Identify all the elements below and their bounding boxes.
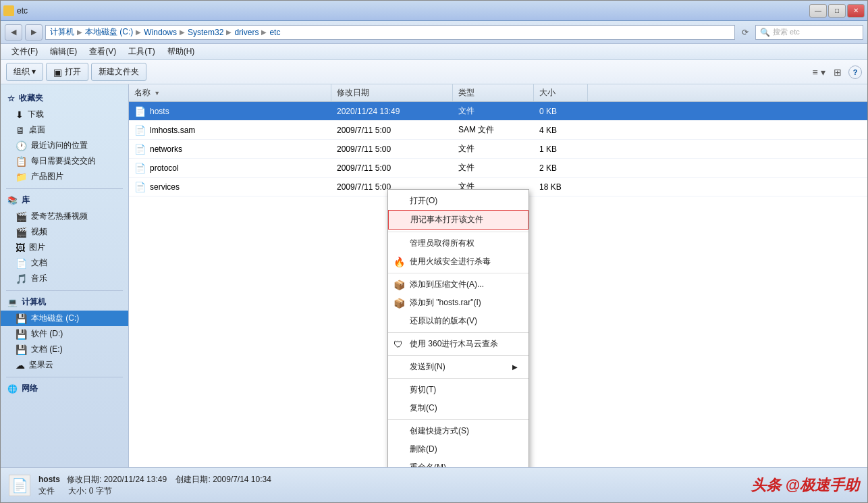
table-row[interactable]: 📄 networks 2009/7/11 5:00 文件 1 KB [129,140,867,159]
product-icon: 📁 [16,171,27,182]
ctx-item-label: 打开(O) [410,195,437,207]
context-menu-item[interactable]: 剪切(T) [388,381,528,399]
file-type-cell: 文件 [453,160,534,176]
daily-label: 每日需要提交交的 [31,155,96,167]
sidebar-item-cdrive[interactable]: 💾 本地磁盘 (C:) [1,311,128,326]
path-cdrive[interactable]: 本地磁盘 (C:) [85,26,133,38]
jianguoyun-label: 坚果云 [29,359,53,371]
search-box[interactable]: 🔍 搜索 etc [755,25,863,40]
path-windows[interactable]: Windows [144,28,177,37]
file-list-area: 名称 ▼ 修改日期 类型 大小 📄 hosts 2020/11/24 13:49 [129,84,867,467]
file-type-cell: SAM 文件 [453,122,534,138]
file-name-cell: 📄 lmhosts.sam [129,123,331,138]
file-size-cell: 18 KB [534,180,588,194]
status-modified: 修改日期: 2020/11/24 13:49 [67,475,167,484]
file-size: 2 KB [539,163,557,173]
ctx-item-label: 剪切(T) [410,384,436,396]
forward-button[interactable]: ▶ [25,24,43,41]
sidebar-item-iqiyi[interactable]: 🎬 爱奇艺热播视频 [1,209,128,224]
ctx-item-label: 用记事本打开该文件 [410,214,483,226]
view-button-1[interactable]: ≡ ▾ [811,64,827,80]
sidebar-item-product[interactable]: 📁 产品图片 [1,169,128,184]
context-menu-item[interactable]: 📦添加到压缩文件(A)... [388,275,528,294]
menu-edit[interactable]: 编辑(E) [45,45,82,59]
sidebar-header-computer[interactable]: 💻 计算机 [1,294,128,311]
sidebar-item-daily[interactable]: 📋 每日需要提交交的 [1,153,128,169]
divider-1 [6,188,123,189]
open-button[interactable]: ▣ 打开 [46,63,88,81]
sidebar-item-downloads[interactable]: ⬇ 下载 [1,107,128,122]
minimize-button[interactable]: — [809,4,827,18]
status-info: hosts 修改日期: 2020/11/24 13:49 创建日期: 2009/… [38,474,743,497]
computer-section-label: 计算机 [22,296,46,308]
window-title: etc [17,6,28,16]
organize-button[interactable]: 组织 ▾ [6,63,43,81]
sidebar-item-recent[interactable]: 🕐 最近访问的位置 [1,138,128,153]
file-date: 2009/7/11 5:00 [337,144,391,154]
sidebar-item-music[interactable]: 🎵 音乐 [1,271,128,286]
maximize-button[interactable]: □ [828,4,846,18]
help-button[interactable]: ? [848,65,862,79]
col-header-name[interactable]: 名称 ▼ [129,84,331,101]
context-menu-item[interactable]: 创建快捷方式(S) [388,422,528,440]
path-computer[interactable]: 计算机 [50,26,74,38]
view-button-2[interactable]: ⊞ [830,64,846,80]
sidebar-item-ddrive[interactable]: 💾 软件 (D:) [1,326,128,342]
library-icon: 📚 [7,196,18,205]
context-menu-separator [388,355,528,356]
file-date: 2009/7/11 5:00 [337,163,391,173]
table-row[interactable]: 📄 protocol 2009/7/11 5:00 文件 2 KB [129,159,867,178]
file-size-cell: 2 KB [534,161,588,175]
col-size-label: 大小 [539,88,555,97]
col-type-label: 类型 [458,88,474,97]
context-menu-item[interactable]: 发送到(N)▶ [388,358,528,376]
pictures-icon: 🖼 [16,242,25,253]
sidebar-header-favorites[interactable]: ☆ 收藏夹 [1,90,128,107]
context-menu-item[interactable]: 🔥使用火绒安全进行杀毒 [388,253,528,271]
path-drivers[interactable]: drivers [234,28,259,37]
sidebar-item-pictures[interactable]: 🖼 图片 [1,240,128,255]
ctx-item-label: 管理员取得所有权 [410,238,474,249]
context-menu-separator [388,378,528,379]
sidebar-item-jianguoyun[interactable]: ☁ 坚果云 [1,357,128,373]
context-menu-item[interactable]: 🛡使用 360进行木马云查杀 [388,335,528,353]
context-menu-item[interactable]: 打开(O) [388,192,528,210]
back-button[interactable]: ◀ [5,24,22,41]
sidebar-item-docs[interactable]: 📄 文档 [1,255,128,271]
context-menu-item[interactable]: 还原以前的版本(V) [388,312,528,330]
menu-bar: 文件(F) 编辑(E) 查看(V) 工具(T) 帮助(H) [1,44,867,60]
sidebar-item-edrive[interactable]: 💾 文档 (E:) [1,342,128,357]
new-folder-button[interactable]: 新建文件夹 [91,63,146,81]
col-name-label: 名称 [134,88,151,97]
context-menu-item[interactable]: 重命名(M) [388,458,528,467]
table-row[interactable]: 📄 hosts 2020/11/24 13:49 文件 0 KB [129,102,867,121]
open-icon: ▣ [53,67,62,78]
sidebar-item-video[interactable]: 🎬 视频 [1,224,128,240]
file-type: SAM 文件 [458,124,494,136]
context-menu-item[interactable]: 复制(C) [388,399,528,417]
context-menu-item[interactable]: 删除(D) [388,440,528,458]
address-path[interactable]: 计算机 ▶ 本地磁盘 (C:) ▶ Windows ▶ System32 ▶ d… [45,25,735,40]
ctx-submenu-arrow: ▶ [512,363,518,371]
context-menu-item[interactable]: 用记事本打开该文件 [388,210,528,230]
menu-view[interactable]: 查看(V) [84,45,121,59]
menu-help[interactable]: 帮助(H) [162,45,200,59]
col-header-date[interactable]: 修改日期 [331,84,453,101]
context-menu-item[interactable]: 📦添加到 "hosts.rar"(I) [388,294,528,312]
col-header-size[interactable]: 大小 [534,84,588,101]
menu-tools[interactable]: 工具(T) [123,45,160,59]
downloads-label: 下载 [28,109,44,120]
sidebar-header-library[interactable]: 📚 库 [1,192,128,209]
ctx-item-label: 还原以前的版本(V) [410,315,477,327]
context-menu-item[interactable]: 管理员取得所有权 [388,234,528,253]
refresh-button[interactable]: ⟳ [738,25,753,40]
sidebar-item-desktop[interactable]: 🖥 桌面 [1,122,128,138]
sidebar-header-network[interactable]: 🌐 网络 [1,380,128,397]
col-header-type[interactable]: 类型 [453,84,534,101]
table-row[interactable]: 📄 lmhosts.sam 2009/7/11 5:00 SAM 文件 4 KB [129,121,867,140]
close-button[interactable]: ✕ [847,4,865,18]
path-etc[interactable]: etc [269,28,280,37]
path-system32[interactable]: System32 [188,28,223,37]
sort-arrow: ▼ [154,90,160,97]
menu-file[interactable]: 文件(F) [6,45,43,59]
